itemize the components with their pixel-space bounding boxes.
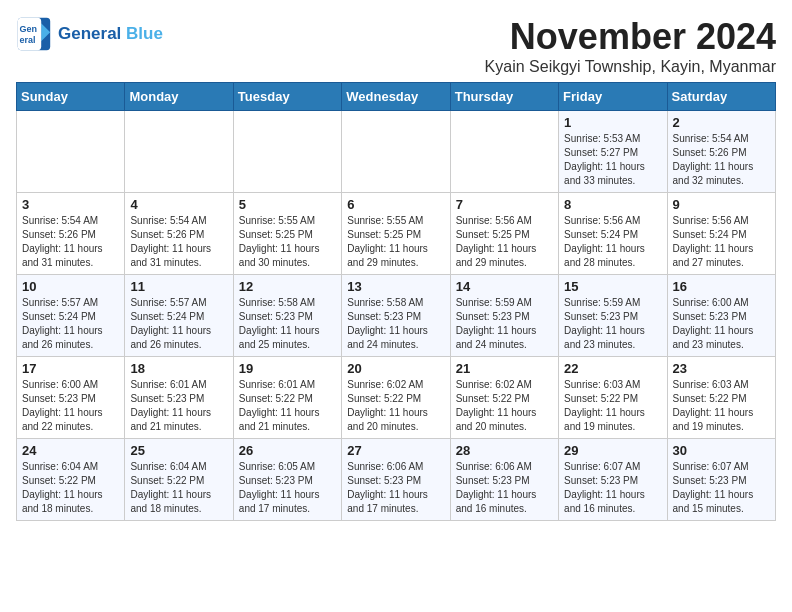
day-number: 15 — [564, 279, 661, 294]
calendar-day-cell: 10 Sunrise: 5:57 AMSunset: 5:24 PMDaylig… — [17, 275, 125, 357]
day-number: 18 — [130, 361, 227, 376]
calendar-day-cell: 1 Sunrise: 5:53 AMSunset: 5:27 PMDayligh… — [559, 111, 667, 193]
weekday-header-monday: Monday — [125, 83, 233, 111]
day-info: Sunrise: 5:56 AMSunset: 5:25 PMDaylight:… — [456, 215, 537, 268]
day-info: Sunrise: 6:05 AMSunset: 5:23 PMDaylight:… — [239, 461, 320, 514]
weekday-header-row: SundayMondayTuesdayWednesdayThursdayFrid… — [17, 83, 776, 111]
day-info: Sunrise: 5:54 AMSunset: 5:26 PMDaylight:… — [22, 215, 103, 268]
calendar-day-cell: 27 Sunrise: 6:06 AMSunset: 5:23 PMDaylig… — [342, 439, 450, 521]
day-number: 25 — [130, 443, 227, 458]
empty-cell — [342, 111, 450, 193]
calendar-day-cell: 19 Sunrise: 6:01 AMSunset: 5:22 PMDaylig… — [233, 357, 341, 439]
empty-cell — [450, 111, 558, 193]
weekday-header-wednesday: Wednesday — [342, 83, 450, 111]
day-info: Sunrise: 6:01 AMSunset: 5:23 PMDaylight:… — [130, 379, 211, 432]
calendar-day-cell: 7 Sunrise: 5:56 AMSunset: 5:25 PMDayligh… — [450, 193, 558, 275]
day-info: Sunrise: 5:55 AMSunset: 5:25 PMDaylight:… — [347, 215, 428, 268]
day-info: Sunrise: 6:06 AMSunset: 5:23 PMDaylight:… — [347, 461, 428, 514]
day-number: 13 — [347, 279, 444, 294]
day-info: Sunrise: 5:59 AMSunset: 5:23 PMDaylight:… — [456, 297, 537, 350]
calendar-day-cell: 12 Sunrise: 5:58 AMSunset: 5:23 PMDaylig… — [233, 275, 341, 357]
calendar-day-cell: 22 Sunrise: 6:03 AMSunset: 5:22 PMDaylig… — [559, 357, 667, 439]
day-info: Sunrise: 6:06 AMSunset: 5:23 PMDaylight:… — [456, 461, 537, 514]
day-number: 30 — [673, 443, 770, 458]
day-number: 4 — [130, 197, 227, 212]
calendar-day-cell: 30 Sunrise: 6:07 AMSunset: 5:23 PMDaylig… — [667, 439, 775, 521]
day-number: 6 — [347, 197, 444, 212]
day-info: Sunrise: 5:57 AMSunset: 5:24 PMDaylight:… — [22, 297, 103, 350]
calendar-week-row: 17 Sunrise: 6:00 AMSunset: 5:23 PMDaylig… — [17, 357, 776, 439]
calendar-day-cell: 6 Sunrise: 5:55 AMSunset: 5:25 PMDayligh… — [342, 193, 450, 275]
day-info: Sunrise: 5:59 AMSunset: 5:23 PMDaylight:… — [564, 297, 645, 350]
calendar-day-cell: 28 Sunrise: 6:06 AMSunset: 5:23 PMDaylig… — [450, 439, 558, 521]
weekday-header-thursday: Thursday — [450, 83, 558, 111]
day-info: Sunrise: 6:03 AMSunset: 5:22 PMDaylight:… — [673, 379, 754, 432]
day-info: Sunrise: 5:57 AMSunset: 5:24 PMDaylight:… — [130, 297, 211, 350]
day-number: 19 — [239, 361, 336, 376]
calendar-day-cell: 26 Sunrise: 6:05 AMSunset: 5:23 PMDaylig… — [233, 439, 341, 521]
calendar-day-cell: 15 Sunrise: 5:59 AMSunset: 5:23 PMDaylig… — [559, 275, 667, 357]
calendar-day-cell: 17 Sunrise: 6:00 AMSunset: 5:23 PMDaylig… — [17, 357, 125, 439]
weekday-header-tuesday: Tuesday — [233, 83, 341, 111]
svg-text:Gen: Gen — [20, 24, 38, 34]
day-number: 2 — [673, 115, 770, 130]
day-number: 5 — [239, 197, 336, 212]
empty-cell — [17, 111, 125, 193]
day-info: Sunrise: 6:04 AMSunset: 5:22 PMDaylight:… — [130, 461, 211, 514]
calendar-week-row: 10 Sunrise: 5:57 AMSunset: 5:24 PMDaylig… — [17, 275, 776, 357]
calendar-day-cell: 3 Sunrise: 5:54 AMSunset: 5:26 PMDayligh… — [17, 193, 125, 275]
calendar-day-cell: 4 Sunrise: 5:54 AMSunset: 5:26 PMDayligh… — [125, 193, 233, 275]
day-info: Sunrise: 6:02 AMSunset: 5:22 PMDaylight:… — [347, 379, 428, 432]
day-info: Sunrise: 6:07 AMSunset: 5:23 PMDaylight:… — [673, 461, 754, 514]
day-number: 29 — [564, 443, 661, 458]
day-info: Sunrise: 5:56 AMSunset: 5:24 PMDaylight:… — [673, 215, 754, 268]
calendar-day-cell: 11 Sunrise: 5:57 AMSunset: 5:24 PMDaylig… — [125, 275, 233, 357]
weekday-header-saturday: Saturday — [667, 83, 775, 111]
calendar-day-cell: 20 Sunrise: 6:02 AMSunset: 5:22 PMDaylig… — [342, 357, 450, 439]
empty-cell — [125, 111, 233, 193]
weekday-header-sunday: Sunday — [17, 83, 125, 111]
day-info: Sunrise: 6:03 AMSunset: 5:22 PMDaylight:… — [564, 379, 645, 432]
day-info: Sunrise: 6:07 AMSunset: 5:23 PMDaylight:… — [564, 461, 645, 514]
day-number: 26 — [239, 443, 336, 458]
calendar-day-cell: 21 Sunrise: 6:02 AMSunset: 5:22 PMDaylig… — [450, 357, 558, 439]
calendar-day-cell: 14 Sunrise: 5:59 AMSunset: 5:23 PMDaylig… — [450, 275, 558, 357]
day-number: 28 — [456, 443, 553, 458]
day-info: Sunrise: 6:01 AMSunset: 5:22 PMDaylight:… — [239, 379, 320, 432]
calendar-week-row: 1 Sunrise: 5:53 AMSunset: 5:27 PMDayligh… — [17, 111, 776, 193]
day-number: 8 — [564, 197, 661, 212]
day-number: 16 — [673, 279, 770, 294]
calendar-day-cell: 18 Sunrise: 6:01 AMSunset: 5:23 PMDaylig… — [125, 357, 233, 439]
day-number: 20 — [347, 361, 444, 376]
logo-area: Gen eral General Blue — [16, 16, 163, 52]
day-info: Sunrise: 5:54 AMSunset: 5:26 PMDaylight:… — [673, 133, 754, 186]
header: Gen eral General Blue November 2024 Kyai… — [16, 16, 776, 76]
calendar-day-cell: 29 Sunrise: 6:07 AMSunset: 5:23 PMDaylig… — [559, 439, 667, 521]
day-info: Sunrise: 6:04 AMSunset: 5:22 PMDaylight:… — [22, 461, 103, 514]
day-info: Sunrise: 5:58 AMSunset: 5:23 PMDaylight:… — [239, 297, 320, 350]
calendar-week-row: 24 Sunrise: 6:04 AMSunset: 5:22 PMDaylig… — [17, 439, 776, 521]
day-number: 24 — [22, 443, 119, 458]
svg-text:eral: eral — [20, 35, 36, 45]
calendar-table: SundayMondayTuesdayWednesdayThursdayFrid… — [16, 82, 776, 521]
month-year: November 2024 — [485, 16, 776, 58]
calendar-day-cell: 13 Sunrise: 5:58 AMSunset: 5:23 PMDaylig… — [342, 275, 450, 357]
logo-icon: Gen eral — [16, 16, 52, 52]
day-number: 21 — [456, 361, 553, 376]
day-number: 27 — [347, 443, 444, 458]
location: Kyain Seikgyi Township, Kayin, Myanmar — [485, 58, 776, 76]
day-number: 23 — [673, 361, 770, 376]
day-number: 22 — [564, 361, 661, 376]
day-number: 1 — [564, 115, 661, 130]
calendar-day-cell: 16 Sunrise: 6:00 AMSunset: 5:23 PMDaylig… — [667, 275, 775, 357]
empty-cell — [233, 111, 341, 193]
day-number: 10 — [22, 279, 119, 294]
day-info: Sunrise: 6:00 AMSunset: 5:23 PMDaylight:… — [22, 379, 103, 432]
calendar-day-cell: 8 Sunrise: 5:56 AMSunset: 5:24 PMDayligh… — [559, 193, 667, 275]
calendar-day-cell: 5 Sunrise: 5:55 AMSunset: 5:25 PMDayligh… — [233, 193, 341, 275]
day-info: Sunrise: 5:58 AMSunset: 5:23 PMDaylight:… — [347, 297, 428, 350]
calendar-day-cell: 2 Sunrise: 5:54 AMSunset: 5:26 PMDayligh… — [667, 111, 775, 193]
day-info: Sunrise: 5:53 AMSunset: 5:27 PMDaylight:… — [564, 133, 645, 186]
calendar-day-cell: 25 Sunrise: 6:04 AMSunset: 5:22 PMDaylig… — [125, 439, 233, 521]
day-number: 3 — [22, 197, 119, 212]
